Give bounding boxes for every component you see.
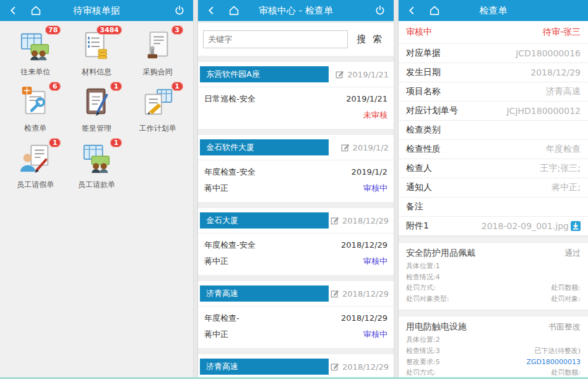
sidebar-item-sign[interactable]: 1签呈管理: [66, 86, 128, 134]
field-label: 检查类别: [406, 124, 441, 136]
home-icon[interactable]: [28, 3, 43, 18]
section-row-right-link[interactable]: ZGD180000013: [526, 357, 581, 368]
panel-divider: [193, 0, 198, 379]
card-date: 2018/12/29: [342, 289, 389, 298]
section-row: 整改要求:5ZGD180000013: [406, 357, 581, 368]
card-header: 东营软件园A座2019/1/21: [198, 62, 394, 87]
section-header: 安全防护用品佩戴通过: [406, 248, 581, 259]
grid-item-label: 员工请款单: [78, 180, 115, 190]
card-row: 未审核: [204, 107, 387, 123]
sign-icon: 1: [79, 86, 114, 120]
section-row-left: 检查情况:4: [406, 272, 440, 283]
field-value: JCD180000016: [516, 48, 581, 58]
inspection-card[interactable]: 金石软件大厦2019/1/2年度检查-安全2019/1/2蒋中正审核中: [198, 135, 394, 202]
section-row: 处罚方式:处罚数额:: [406, 367, 581, 378]
card-header: 金石大厦2018/12/29: [198, 208, 394, 233]
card-date: 2019/1/2: [353, 143, 389, 152]
power-icon[interactable]: [373, 3, 387, 18]
card-header-date: 2018/12/29: [329, 216, 389, 225]
edit-icon[interactable]: [331, 216, 339, 225]
field-value: 年度检查: [546, 144, 581, 155]
card-date: 2018/12/29: [342, 362, 389, 372]
detail-field-row: 对应计划单号JCJHD180000012: [399, 102, 588, 121]
section-divider: [399, 236, 588, 243]
check-item-result: 通过: [564, 248, 581, 259]
card-date: 2019/1/21: [347, 70, 389, 79]
card-header-date: 2019/1/21: [329, 70, 389, 79]
field-label: 通知人: [406, 182, 432, 193]
contract-icon: 3: [141, 30, 175, 63]
grid-item-label: 材料信息: [82, 67, 111, 77]
sidebar-item-workplan[interactable]: 1工作计划单: [127, 86, 188, 134]
card-header: 济青高速2018/12/29: [198, 281, 394, 307]
edit-icon[interactable]: [331, 289, 339, 298]
field-label: 检查性质: [406, 144, 441, 155]
inspection-icon: 6: [18, 86, 53, 120]
keyword-input[interactable]: [203, 30, 348, 48]
back-icon[interactable]: [204, 3, 219, 18]
field-label: 附件1: [406, 220, 429, 232]
home-icon[interactable]: [227, 3, 241, 18]
field-label: 备注: [406, 201, 423, 212]
panel-review-center: 审核中心 - 检查单 搜 索 东营软件园A座2019/1/21日常巡检-安全20…: [198, 0, 394, 379]
card-title: 济青高速: [200, 359, 329, 375]
card-type: 年度检查-安全: [204, 164, 256, 180]
inspection-card[interactable]: 东营软件园A座2019/1/21日常巡检-安全2019/1/21未审核: [198, 62, 394, 129]
materials-icon: 3484: [79, 30, 114, 63]
field-label: 对应单据: [406, 48, 441, 59]
section-header: 用电防触电设施书面整改: [406, 321, 581, 333]
back-icon[interactable]: [405, 3, 420, 18]
sidebar-item-inspection[interactable]: 6检查单: [5, 86, 66, 134]
section-row-left: 处罚方式:: [406, 367, 436, 378]
search-button[interactable]: 搜 索: [348, 33, 389, 45]
sidebar-item-contract[interactable]: 3采购合同: [127, 30, 188, 77]
card-body: 日常巡检-安全2019/1/21未审核: [198, 87, 394, 129]
section-row: 处罚方式:处罚数额:: [406, 282, 581, 294]
download-icon[interactable]: [571, 221, 581, 231]
inspection-card[interactable]: 济青高速2018/12/29年度检查-2018/12/29蒋中正审核中: [198, 354, 394, 379]
field-value: JCJHD180000012: [506, 106, 581, 116]
grid-item-label: 签呈管理: [82, 123, 111, 134]
grid-item-label: 员工请假单: [17, 180, 54, 190]
card-header: 金石软件大厦2019/1/2: [198, 135, 394, 160]
edit-icon[interactable]: [341, 143, 350, 152]
power-icon[interactable]: [172, 3, 187, 18]
sidebar-item-payment[interactable]: 1员工请款单: [66, 142, 128, 190]
card-status: 审核中: [363, 253, 387, 269]
card-row: 蒋中正审核中: [204, 180, 387, 196]
field-label: 项目名称: [406, 86, 441, 97]
inspection-card[interactable]: 济青高速2018/12/29年度检查-2018/12/29蒋中正审核中: [198, 281, 394, 348]
card-body: 年度检查-2018/12/29蒋中正审核中: [198, 307, 394, 348]
back-icon[interactable]: [6, 3, 21, 18]
inspection-card[interactable]: 金石大厦2018/12/29年度检查-安全2018/12/29蒋中正审核中: [198, 208, 394, 275]
check-item-title: 用电防触电设施: [406, 321, 467, 333]
home-icon[interactable]: [427, 3, 442, 18]
card-row: 年度检查-安全2018/12/29: [204, 237, 387, 253]
grid-item-label: 采购合同: [143, 67, 173, 77]
leave-icon: 1: [18, 142, 53, 176]
edit-icon[interactable]: [335, 70, 344, 79]
card-row: 蒋中正审核中: [204, 326, 387, 342]
section-row-left: 检查情况:3: [406, 346, 440, 357]
badge-count: 1: [110, 138, 122, 147]
field-value: 2018/12/29: [530, 68, 581, 77]
partners-icon: 78: [18, 30, 53, 63]
field-label: 检查人: [406, 163, 432, 174]
section-row-right: 处罚对象:: [551, 294, 581, 305]
pending-approver: 待审-张三: [543, 27, 581, 38]
sidebar-item-leave[interactable]: 1员工请假单: [5, 142, 66, 190]
section-row: 具体位置:1: [406, 261, 581, 272]
edit-icon[interactable]: [331, 362, 339, 371]
card-row: 年度检查-安全2019/1/2: [204, 164, 387, 180]
sidebar-item-materials[interactable]: 3484材料信息: [66, 30, 128, 77]
check-item-section: 安全防护用品佩戴通过具体位置:1检查情况:4处罚方式:处罚数额:处罚对象类型:处…: [399, 243, 588, 310]
section-divider: [399, 310, 588, 316]
inspection-card-list: 东营软件园A座2019/1/21日常巡检-安全2019/1/21未审核金石软件大…: [198, 56, 394, 379]
sidebar-item-partners[interactable]: 78往来单位: [5, 30, 66, 77]
field-value-text: 2018/12/29: [530, 68, 581, 77]
card-title: 济青高速: [200, 285, 329, 302]
card-body: 年度检查-安全2018/12/29蒋中正审核中: [198, 233, 394, 275]
section-row-left: 整改要求:5: [406, 357, 440, 368]
section-row-right: 处罚数额:: [551, 282, 581, 294]
grid-item-label: 往来单位: [20, 67, 50, 77]
